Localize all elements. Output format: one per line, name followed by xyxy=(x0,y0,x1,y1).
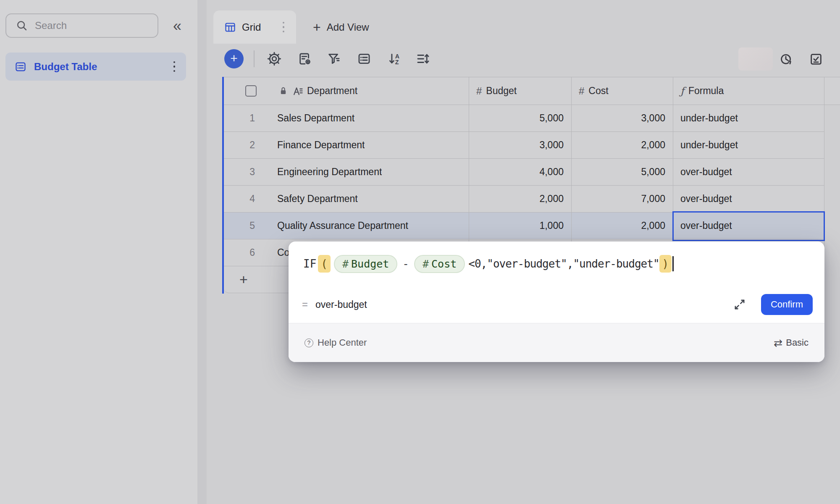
formula-token-field: #Budget xyxy=(334,255,397,273)
text-field-type-icon xyxy=(292,85,304,97)
formula-token-operator: - xyxy=(402,257,409,270)
cell-formula[interactable]: over-budget xyxy=(673,159,824,185)
mode-label: Basic xyxy=(786,337,808,348)
group-list-icon[interactable] xyxy=(357,51,372,66)
formula-field-type-icon: ƒ xyxy=(680,85,684,97)
formula-token-literal: <0,"over-budget","under-budget" xyxy=(468,257,659,270)
task-list-icon[interactable] xyxy=(809,52,823,66)
formula-token-bracket: ) xyxy=(659,255,672,273)
row-height-icon[interactable] xyxy=(415,51,430,66)
help-center-link[interactable]: ? Help Center xyxy=(304,337,774,348)
cell-department[interactable]: 3 Engineering Department xyxy=(223,159,469,185)
tab-menu-icon[interactable] xyxy=(278,20,289,35)
cell-formula[interactable]: under-budget xyxy=(673,105,824,131)
cell-cost[interactable]: 5,000 xyxy=(572,159,673,185)
cell-budget[interactable]: 2,000 xyxy=(469,186,572,212)
search-icon xyxy=(16,19,28,32)
field-config-icon[interactable] xyxy=(297,51,312,66)
cell-cost[interactable]: 2,000 xyxy=(572,132,673,158)
svg-text:A: A xyxy=(395,53,399,60)
department-value: Engineering Department xyxy=(255,166,382,178)
active-table-indicator xyxy=(222,77,224,294)
row-number: 3 xyxy=(223,166,255,178)
row-number: 4 xyxy=(223,193,255,205)
select-all-checkbox[interactable] xyxy=(245,85,257,97)
cell-formula[interactable]: under-budget xyxy=(673,132,824,158)
add-view-button[interactable]: + Add View xyxy=(313,10,369,44)
cell-budget[interactable]: 1,000 xyxy=(469,213,572,239)
department-value: Sales Department xyxy=(255,113,354,124)
sidebar-item-label: Budget Table xyxy=(34,61,162,73)
settings-gear-icon[interactable] xyxy=(267,51,282,66)
table-header-row: Department # Budget # Cost ƒ Formula xyxy=(223,77,840,105)
department-value: Finance Department xyxy=(255,139,365,151)
swap-icon: ⇄ xyxy=(774,338,782,348)
cell-department[interactable]: 4 Safety Department xyxy=(223,186,469,212)
tab-grid[interactable]: Grid xyxy=(213,10,296,44)
cell-cost[interactable]: 3,000 xyxy=(572,105,673,131)
cell-cost[interactable]: 2,000 xyxy=(572,213,673,239)
blurred-toolbar-button[interactable] xyxy=(738,47,773,71)
column-header-department[interactable]: Department xyxy=(223,77,469,105)
kebab-menu-icon[interactable] xyxy=(169,59,179,74)
svg-text:Z: Z xyxy=(395,59,399,66)
filter-icon[interactable] xyxy=(326,51,341,66)
add-view-label: Add View xyxy=(327,21,369,33)
tab-grid-label: Grid xyxy=(242,21,273,33)
formula-token-keyword: IF xyxy=(303,257,316,270)
department-value: Quality Assurance Department xyxy=(255,220,408,231)
sidebar-item-budget-table[interactable]: Budget Table xyxy=(5,52,186,81)
help-center-label: Help Center xyxy=(318,337,367,348)
formula-editor-footer: ? Help Center ⇄ Basic xyxy=(289,323,824,362)
row-number: 5 xyxy=(223,220,255,231)
app-window: Search « Budget Table Grid xyxy=(0,0,840,504)
cell-budget[interactable]: 5,000 xyxy=(469,105,572,131)
row-number: 6 xyxy=(223,247,255,258)
plus-icon: + xyxy=(313,21,321,34)
row-number: 1 xyxy=(223,113,255,124)
sort-icon[interactable]: A Z xyxy=(387,51,402,66)
cell-cost[interactable]: 7,000 xyxy=(572,186,673,212)
mode-switch-button[interactable]: ⇄ Basic xyxy=(774,337,808,348)
confirm-button[interactable]: Confirm xyxy=(761,294,813,315)
history-icon[interactable] xyxy=(779,52,793,66)
table-row[interactable]: 4 Safety Department 2,000 7,000 over-bud… xyxy=(223,186,824,213)
cell-budget[interactable]: 4,000 xyxy=(469,159,572,185)
department-value: Co xyxy=(255,247,289,258)
formula-result-row: = over-budget Confirm xyxy=(289,286,824,323)
column-header-budget[interactable]: # Budget xyxy=(469,77,572,105)
toolbar-divider xyxy=(254,50,255,67)
cell-budget[interactable]: 3,000 xyxy=(469,132,572,158)
table-row[interactable]: 2 Finance Department 3,000 2,000 under-b… xyxy=(223,132,824,159)
formula-editor-popup: IF(#Budget-#Cost<0,"over-budget","under-… xyxy=(289,242,824,362)
sidebar-collapse-button[interactable]: « xyxy=(167,17,187,35)
number-field-type-icon: # xyxy=(579,85,584,97)
text-caret xyxy=(672,256,674,271)
formula-input[interactable]: IF(#Budget-#Cost<0,"over-budget","under-… xyxy=(289,242,824,286)
search-input[interactable]: Search xyxy=(5,13,158,38)
column-header-label: Cost xyxy=(588,85,608,97)
column-header-cost[interactable]: # Cost xyxy=(572,77,673,105)
cell-department[interactable]: 5 Quality Assurance Department xyxy=(223,213,469,239)
table-row[interactable]: 1 Sales Department 5,000 3,000 under-bud… xyxy=(223,105,824,132)
grid-view-icon xyxy=(224,21,236,33)
table-icon xyxy=(15,61,26,73)
expand-icon[interactable] xyxy=(732,297,747,312)
equals-icon: = xyxy=(302,299,308,310)
table-row[interactable]: 3 Engineering Department 4,000 5,000 ove… xyxy=(223,159,824,186)
cell-department[interactable]: 2 Finance Department xyxy=(223,132,469,158)
formula-token-field: #Cost xyxy=(414,255,465,273)
formula-token-bracket: ( xyxy=(318,255,331,273)
add-record-button[interactable]: + xyxy=(224,49,244,68)
sidebar: Search « Budget Table xyxy=(0,0,197,504)
sidebar-divider xyxy=(197,0,207,504)
search-placeholder: Search xyxy=(35,20,67,32)
help-icon: ? xyxy=(304,339,313,347)
column-header-label: Department xyxy=(307,85,357,97)
column-header-formula[interactable]: ƒ Formula xyxy=(673,77,824,105)
cell-formula[interactable]: over-budget xyxy=(673,186,824,212)
cell-department[interactable]: 1 Sales Department xyxy=(223,105,469,131)
column-header-label: Budget xyxy=(486,85,517,97)
row-number: 2 xyxy=(223,139,255,151)
lock-icon xyxy=(280,87,287,95)
